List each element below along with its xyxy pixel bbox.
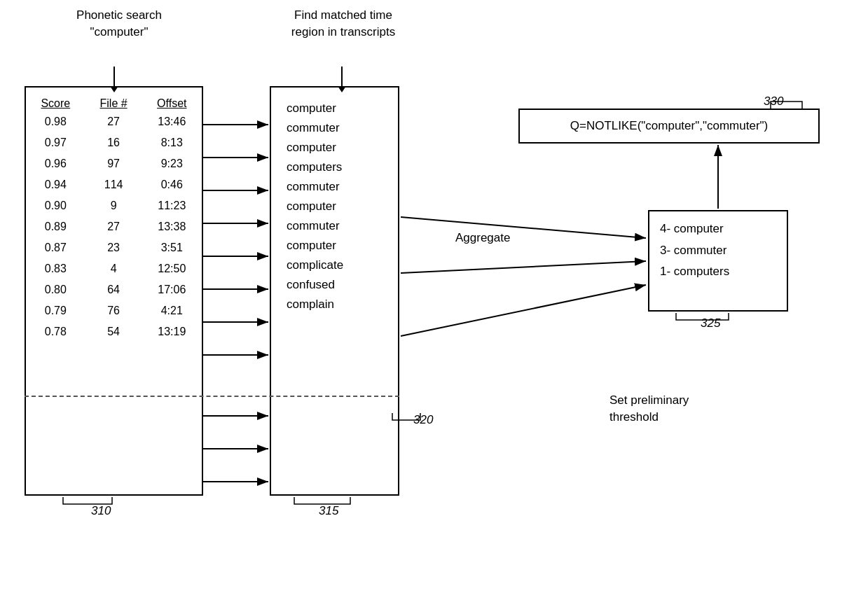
table-row: 0.90911:23 (26, 195, 202, 216)
word-item: computer (271, 98, 398, 118)
box-325-aggregate: 4- computer3- commuter1- computers (648, 210, 788, 312)
label-ref-315: 315 (319, 504, 338, 518)
cell-offset: 4:21 (142, 300, 202, 321)
table-row: 0.982713:46 (26, 111, 202, 132)
cell-file: 9 (85, 195, 142, 216)
label-ref-330: 330 (764, 95, 783, 109)
diagram-container: Phonetic search "computer" Find matched … (0, 0, 868, 607)
aggregate-item: 4- computer (660, 218, 776, 240)
label-phonetic-search: Phonetic search "computer" (42, 7, 196, 41)
word-item: confused (271, 274, 398, 294)
cell-score: 0.90 (26, 195, 85, 216)
label-set-threshold: Set preliminary threshold (609, 392, 689, 426)
box-310: Score File # Offset 0.982713:460.97168:1… (25, 86, 203, 496)
cell-file: 16 (85, 132, 142, 153)
table-row: 0.785413:19 (26, 321, 202, 342)
cell-score: 0.97 (26, 132, 85, 153)
word-item: commuter (271, 216, 398, 235)
aggregate-item: 3- commuter (660, 240, 776, 262)
cell-score: 0.89 (26, 216, 85, 237)
table-row: 0.806417:06 (26, 279, 202, 300)
table-row: 0.96979:23 (26, 153, 202, 174)
cell-file: 64 (85, 279, 142, 300)
aggregate-item: 1- computers (660, 261, 776, 283)
svg-line-12 (401, 217, 646, 238)
cell-score: 0.94 (26, 174, 85, 195)
box-315: computercommutercomputercomputerscommute… (270, 86, 399, 496)
word-item: computers (271, 157, 398, 176)
words-list: computercommutercomputercomputerscommute… (271, 88, 398, 314)
word-item: computer (271, 137, 398, 157)
col-header-offset: Offset (142, 96, 202, 111)
label-ref-310: 310 (91, 504, 111, 518)
cell-offset: 13:38 (142, 216, 202, 237)
box-330-query: Q=NOTLIKE("computer","commuter") (518, 109, 820, 144)
cell-offset: 3:51 (142, 237, 202, 258)
table-row: 0.892713:38 (26, 216, 202, 237)
cell-offset: 12:50 (142, 258, 202, 279)
cell-offset: 8:13 (142, 132, 202, 153)
cell-offset: 13:46 (142, 111, 202, 132)
word-item: computer (271, 235, 398, 255)
label-find-matched: Find matched time region in transcripts (266, 7, 420, 41)
cell-score: 0.80 (26, 279, 85, 300)
svg-line-14 (401, 285, 646, 336)
col-header-file: File # (85, 96, 142, 111)
table-row: 0.941140:46 (26, 174, 202, 195)
cell-score: 0.79 (26, 300, 85, 321)
word-item: commuter (271, 118, 398, 137)
cell-file: 114 (85, 174, 142, 195)
svg-line-13 (401, 261, 646, 273)
word-item: computer (271, 196, 398, 216)
cell-file: 97 (85, 153, 142, 174)
cell-offset: 9:23 (142, 153, 202, 174)
label-ref-325: 325 (701, 316, 720, 330)
table-row: 0.87233:51 (26, 237, 202, 258)
word-item: complicate (271, 255, 398, 274)
cell-offset: 13:19 (142, 321, 202, 342)
cell-score: 0.83 (26, 258, 85, 279)
cell-offset: 0:46 (142, 174, 202, 195)
threshold-dashed-line (25, 396, 399, 397)
cell-file: 54 (85, 321, 142, 342)
cell-file: 4 (85, 258, 142, 279)
label-aggregate: Aggregate (455, 231, 510, 245)
results-table: Score File # Offset 0.982713:460.97168:1… (26, 96, 202, 342)
cell-score: 0.98 (26, 111, 85, 132)
cell-file: 76 (85, 300, 142, 321)
cell-score: 0.96 (26, 153, 85, 174)
label-ref-320: 320 (413, 413, 433, 427)
cell-file: 27 (85, 216, 142, 237)
table-row: 0.83412:50 (26, 258, 202, 279)
word-item: commuter (271, 176, 398, 196)
table-row: 0.79764:21 (26, 300, 202, 321)
cell-file: 23 (85, 237, 142, 258)
cell-file: 27 (85, 111, 142, 132)
cell-offset: 17:06 (142, 279, 202, 300)
word-item: complain (271, 294, 398, 314)
cell-score: 0.78 (26, 321, 85, 342)
col-header-score: Score (26, 96, 85, 111)
cell-offset: 11:23 (142, 195, 202, 216)
table-row: 0.97168:13 (26, 132, 202, 153)
cell-score: 0.87 (26, 237, 85, 258)
